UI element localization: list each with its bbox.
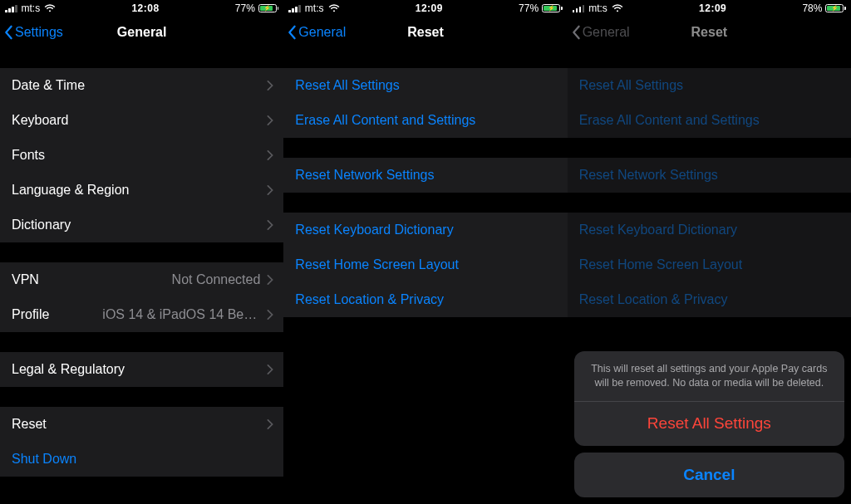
wifi-icon [44,4,56,12]
chevron-right-icon [267,81,273,91]
row-label: Erase All Content and Settings [579,113,760,128]
row-legal[interactable]: Legal & Regulatory [0,352,283,387]
row-reset-keyboard-dict: Reset Keyboard Dictionary [568,213,851,247]
back-button[interactable]: Settings [3,25,63,40]
chevron-right-icon [267,150,273,160]
sheet-reset-button[interactable]: Reset All Settings [574,401,844,446]
row-label: Date & Time [12,78,85,93]
row-label: Profile [12,307,49,322]
row-reset-location-privacy: Reset Location & Privacy [568,282,851,317]
nav-bar: General Reset [283,15,567,50]
back-button[interactable]: General [287,25,346,40]
chevron-left-icon [3,25,13,40]
signal-icon [288,4,301,12]
row-label: Legal & Regulatory [12,362,125,377]
row-shut-down[interactable]: Shut Down [0,442,283,477]
row-label: Language & Region [12,183,129,198]
back-button: General [571,25,630,40]
screen-reset-confirm: mt:s 12:09 78% ⚡ General Reset Reset All… [568,0,851,504]
battery-pct: 78% [802,2,822,14]
battery-icon: ⚡ [542,4,563,12]
row-value: Not Connected [164,272,261,287]
row-reset-location-privacy[interactable]: Reset Location & Privacy [283,282,567,317]
sheet-message: This will reset all settings and your Ap… [574,351,844,401]
row-value: iOS 14 & iPadOS 14 Beta Softwar… [94,307,260,322]
row-reset-home-layout[interactable]: Reset Home Screen Layout [283,247,567,282]
row-date-time[interactable]: Date & Time [0,68,283,103]
row-label: Keyboard [12,113,69,128]
wifi-icon [328,4,340,12]
row-label: Reset [12,417,47,432]
row-label: VPN [12,272,39,287]
row-label: Reset Network Settings [295,168,434,183]
chevron-right-icon [267,365,273,374]
content: Date & Time Keyboard Fonts Language & Re… [0,50,283,504]
row-reset-all-settings: Reset All Settings [568,68,851,103]
chevron-left-icon [287,25,297,40]
chevron-left-icon [571,25,581,40]
row-fonts[interactable]: Fonts [0,138,283,173]
battery-pct: 77% [519,2,539,14]
wifi-icon [612,4,623,12]
back-label: General [583,25,630,40]
row-reset-all-settings[interactable]: Reset All Settings [283,68,567,103]
status-bar: mt:s 12:09 77% ⚡ [283,0,567,15]
carrier-label: mt:s [22,2,41,14]
row-label: Reset Network Settings [579,168,718,183]
chevron-right-icon [267,220,273,230]
nav-bar: Settings General [0,15,283,50]
row-language-region[interactable]: Language & Region [0,173,283,208]
row-reset-network[interactable]: Reset Network Settings [283,158,567,193]
row-label: Reset Keyboard Dictionary [579,223,737,237]
chevron-right-icon [267,185,273,195]
status-bar: mt:s 12:08 77% ⚡ [0,0,283,15]
row-label: Reset All Settings [579,78,683,93]
status-time: 12:08 [131,2,159,14]
row-reset-keyboard-dict[interactable]: Reset Keyboard Dictionary [283,213,567,247]
sheet-cancel-button[interactable]: Cancel [574,453,844,497]
carrier-label: mt:s [588,2,608,14]
battery-pct: 77% [235,2,255,14]
nav-title: Reset [407,25,444,40]
row-label: Dictionary [12,218,71,232]
row-label: Reset Home Screen Layout [579,257,743,272]
row-profile[interactable]: ProfileiOS 14 & iPadOS 14 Beta Softwar… [0,297,283,332]
battery-icon: ⚡ [258,4,279,12]
nav-title: Reset [691,25,728,40]
row-erase-all: Erase All Content and Settings [568,103,851,138]
signal-icon [573,4,585,12]
row-reset-network: Reset Network Settings [568,158,851,193]
nav-bar: General Reset [568,15,851,50]
row-reset-home-layout: Reset Home Screen Layout [568,247,851,282]
row-label: Reset Keyboard Dictionary [295,223,453,237]
row-label: Shut Down [12,452,76,467]
row-reset[interactable]: Reset [0,407,283,442]
battery-icon: ⚡ [825,4,846,12]
nav-title: General [117,25,167,40]
row-label: Erase All Content and Settings [295,113,475,128]
status-time: 12:09 [416,2,443,14]
chevron-right-icon [267,310,273,320]
row-label: Fonts [12,148,45,163]
row-erase-all[interactable]: Erase All Content and Settings [283,103,567,138]
row-label: Reset Location & Privacy [579,292,728,307]
signal-icon [5,4,17,12]
back-label: General [298,25,346,40]
status-bar: mt:s 12:09 78% ⚡ [568,0,851,15]
back-label: Settings [15,25,63,40]
chevron-right-icon [267,115,273,125]
screen-general: mt:s 12:08 77% ⚡ Settings General Date &… [0,0,283,504]
row-dictionary[interactable]: Dictionary [0,208,283,242]
screen-reset: mt:s 12:09 77% ⚡ General Reset Reset All… [283,0,567,504]
chevron-right-icon [267,419,273,429]
action-sheet: This will reset all settings and your Ap… [574,351,844,497]
row-label: Reset All Settings [295,78,399,93]
row-vpn[interactable]: VPNNot Connected [0,262,283,297]
row-keyboard[interactable]: Keyboard [0,103,283,138]
carrier-label: mt:s [305,2,324,14]
row-label: Reset Location & Privacy [295,292,444,307]
chevron-right-icon [267,275,273,285]
row-label: Reset Home Screen Layout [295,257,459,272]
status-time: 12:09 [699,2,726,14]
